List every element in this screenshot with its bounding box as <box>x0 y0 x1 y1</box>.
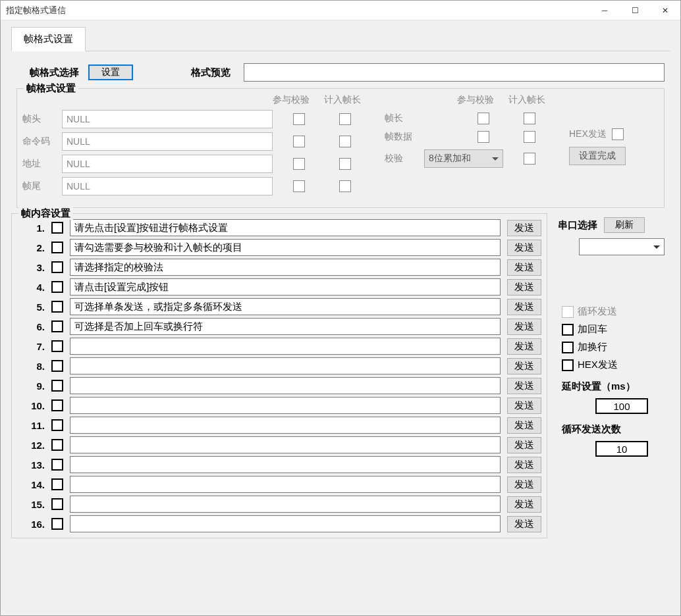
row-input[interactable] <box>70 318 501 335</box>
row-send-button[interactable]: 发送 <box>507 319 541 335</box>
fmt-count-checkbox[interactable] <box>339 113 351 125</box>
content-row: 1.发送 <box>17 219 541 236</box>
row-input[interactable] <box>70 436 501 453</box>
row-input[interactable] <box>70 357 501 374</box>
row-input[interactable] <box>70 298 501 315</box>
row-send-button[interactable]: 发送 <box>507 496 541 513</box>
row-checkbox[interactable] <box>51 399 63 411</box>
row-send-button[interactable]: 发送 <box>507 417 541 434</box>
fmt-verify-checkbox[interactable] <box>293 136 305 147</box>
row-checkbox[interactable] <box>51 261 63 273</box>
row-send-button[interactable]: 发送 <box>507 338 541 355</box>
fmt-count-checkbox[interactable] <box>339 136 351 147</box>
row-send-button[interactable]: 发送 <box>507 279 541 295</box>
format-preview-input[interactable] <box>244 63 665 82</box>
fmt-row-input[interactable] <box>62 155 273 173</box>
row-checkbox[interactable] <box>51 242 63 253</box>
row-send-button[interactable]: 发送 <box>507 457 541 473</box>
row-send-button[interactable]: 发送 <box>507 398 541 414</box>
row-checkbox[interactable] <box>51 360 63 372</box>
loop-send-checkbox[interactable] <box>562 306 574 318</box>
fmt-row-input[interactable] <box>62 177 273 195</box>
settings-button[interactable]: 设置 <box>88 64 133 80</box>
row-send-button[interactable]: 发送 <box>507 476 541 493</box>
row-send-button[interactable]: 发送 <box>507 299 541 315</box>
add-cr-checkbox[interactable] <box>562 324 574 336</box>
add-lf-checkbox[interactable] <box>562 342 574 353</box>
fmt-verify-checkbox[interactable] <box>293 113 305 125</box>
row-checkbox[interactable] <box>51 498 63 510</box>
checksum-combo[interactable]: 8位累加和 <box>424 149 503 168</box>
checksum-count-checkbox[interactable] <box>524 153 535 165</box>
hex-send-checkbox[interactable] <box>562 359 574 371</box>
row-input[interactable] <box>70 338 501 355</box>
row-send-button[interactable]: 发送 <box>507 259 541 276</box>
fmt-row-input[interactable] <box>62 110 273 128</box>
row-checkbox[interactable] <box>51 301 63 313</box>
row-input[interactable] <box>70 377 501 394</box>
delay-input[interactable] <box>595 398 648 414</box>
content-row: 5.发送 <box>17 298 541 315</box>
add-cr-option[interactable]: 加回车 <box>562 323 670 336</box>
row-checkbox[interactable] <box>51 518 63 530</box>
row-input[interactable] <box>70 259 501 276</box>
row-input[interactable] <box>70 476 501 493</box>
tab-frame-format[interactable]: 帧格式设置 <box>11 27 86 51</box>
row-checkbox[interactable] <box>51 419 63 431</box>
fmt-count-checkbox[interactable] <box>339 180 351 192</box>
row-send-button[interactable]: 发送 <box>507 240 541 256</box>
frame-len-verify-checkbox[interactable] <box>477 113 489 124</box>
row-checkbox[interactable] <box>51 380 63 392</box>
row-checkbox[interactable] <box>51 459 63 471</box>
row-checkbox[interactable] <box>51 478 63 490</box>
frame-len-label: 帧长 <box>385 113 418 124</box>
hex-send-option[interactable]: HEX发送 <box>562 359 670 371</box>
hex-send-top-checkbox[interactable] <box>612 128 624 140</box>
close-button[interactable]: ✕ <box>650 1 680 20</box>
row-checkbox[interactable] <box>51 281 63 293</box>
port-select-label: 串口选择 <box>558 219 597 232</box>
loop-count-input[interactable] <box>595 441 648 457</box>
frame-len-count-checkbox[interactable] <box>524 113 535 124</box>
fmt-count-checkbox[interactable] <box>339 158 351 170</box>
frame-format-group: 帧格式设置 参与校验 计入帧长 帧头命令码地址帧尾 参与校验 计入帧长 <box>16 88 665 208</box>
row-send-button[interactable]: 发送 <box>507 220 541 236</box>
add-lf-option[interactable]: 加换行 <box>562 341 670 353</box>
content-row: 14.发送 <box>17 476 541 493</box>
row-input[interactable] <box>70 397 501 414</box>
maximize-button[interactable]: ☐ <box>620 1 650 20</box>
refresh-button[interactable]: 刷新 <box>604 217 645 233</box>
frame-content-group: 帧内容设置 1.发送2.发送3.发送4.发送5.发送6.发送7.发送8.发送9.… <box>11 213 547 538</box>
port-combo[interactable] <box>579 238 665 255</box>
row-send-button[interactable]: 发送 <box>507 358 541 374</box>
row-send-button[interactable]: 发送 <box>507 516 541 532</box>
settings-finish-button[interactable]: 设置完成 <box>569 147 626 165</box>
row-checkbox[interactable] <box>51 222 63 234</box>
row-input[interactable] <box>70 515 501 532</box>
loop-send-option[interactable]: 循环发送 <box>562 305 670 318</box>
titlebar: 指定帧格式通信 ─ ☐ ✕ <box>1 1 680 20</box>
fmt-row-input[interactable] <box>62 132 273 151</box>
fmt-verify-checkbox[interactable] <box>293 158 305 170</box>
row-input[interactable] <box>70 239 501 256</box>
window-controls: ─ ☐ ✕ <box>589 1 680 20</box>
fmt-row-label: 帧头 <box>22 113 55 125</box>
row-input[interactable] <box>70 456 501 473</box>
row-checkbox[interactable] <box>51 321 63 332</box>
minimize-button[interactable]: ─ <box>589 1 620 20</box>
row-input[interactable] <box>70 417 501 434</box>
row-input[interactable] <box>70 496 501 513</box>
row-input[interactable] <box>70 278 501 295</box>
row-checkbox[interactable] <box>51 439 63 451</box>
loop-count-label: 循环发送次数 <box>562 423 670 436</box>
frame-data-verify-checkbox[interactable] <box>477 131 489 143</box>
content-row: 15.发送 <box>17 496 541 513</box>
hdr-verify-left: 参与校验 <box>273 94 310 106</box>
frame-data-count-checkbox[interactable] <box>524 131 535 143</box>
row-input[interactable] <box>70 219 501 236</box>
row-send-button[interactable]: 发送 <box>507 437 541 453</box>
row-send-button[interactable]: 发送 <box>507 378 541 394</box>
fmt-verify-checkbox[interactable] <box>293 180 305 192</box>
row-checkbox[interactable] <box>51 340 63 352</box>
content-row: 10.发送 <box>17 397 541 414</box>
